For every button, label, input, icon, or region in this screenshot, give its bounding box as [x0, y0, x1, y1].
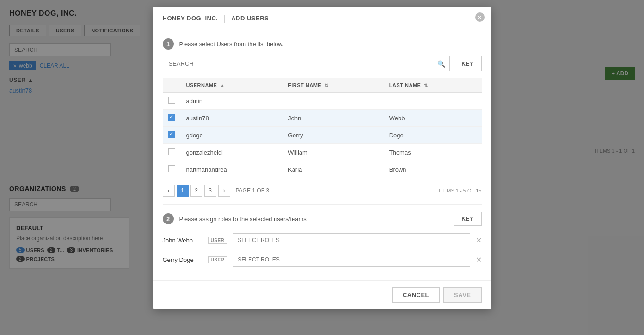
table-header-firstname[interactable]: FIRST NAME ⇅: [282, 78, 384, 93]
modal-action-title: ADD USERS: [231, 15, 269, 22]
role-user-badge-john: USER: [208, 237, 227, 244]
row-lastname-austin78: Webb: [384, 110, 482, 127]
step2-text: Please assign roles to the selected user…: [179, 216, 307, 223]
user-search-input[interactable]: [163, 56, 450, 71]
step1-text: Please select Users from the list below.: [179, 41, 284, 48]
pagination-page-3[interactable]: 3: [204, 185, 216, 197]
row-firstname-gonzalezheidi: William: [282, 144, 384, 161]
modal-body: 1 Please select Users from the list belo…: [153, 30, 491, 280]
row-username-austin78[interactable]: austin78: [181, 110, 282, 127]
table-row: admin: [163, 93, 482, 110]
role-remove-gerry[interactable]: ✕: [476, 255, 482, 264]
checkbox-admin[interactable]: [168, 97, 175, 104]
row-checkbox-gonzalezheidi[interactable]: [163, 144, 181, 161]
row-lastname-admin: [384, 93, 482, 110]
row-firstname-admin: [282, 93, 384, 110]
table-header-username[interactable]: USERNAME ▲: [181, 78, 282, 93]
row-firstname-austin78: John: [282, 110, 384, 127]
step1-header: 1 Please select Users from the list belo…: [163, 38, 482, 50]
role-select-gerry[interactable]: [233, 253, 470, 267]
row-username-hartmanandrea[interactable]: hartmanandrea: [181, 161, 282, 178]
role-user-badge-gerry: USER: [208, 256, 227, 263]
checkbox-gdoge[interactable]: [168, 131, 175, 138]
modal-divider: |: [223, 13, 226, 23]
step1-number: 1: [163, 38, 174, 50]
user-table: USERNAME ▲ FIRST NAME ⇅ LAST NAME ⇅: [163, 78, 482, 178]
checkbox-gonzalezheidi[interactable]: [168, 148, 175, 155]
row-checkbox-gdoge[interactable]: [163, 127, 181, 144]
row-checkbox-admin[interactable]: [163, 93, 181, 110]
modal-overlay: HONEY DOG, INC. | ADD USERS ✕ 1 Please s…: [0, 0, 644, 335]
role-row-john-webb: John Webb USER ✕: [163, 233, 482, 247]
role-remove-john[interactable]: ✕: [476, 236, 482, 245]
search-icon: 🔍: [437, 60, 445, 68]
table-row: hartmanandrea Karla Brown: [163, 161, 482, 178]
role-select-john[interactable]: [233, 233, 470, 247]
search-row: 🔍 KEY: [163, 56, 482, 71]
row-firstname-hartmanandrea: Karla: [282, 161, 384, 178]
page-info: PAGE 1 OF 3: [236, 187, 269, 194]
table-row: austin78 John Webb: [163, 110, 482, 127]
table-row: gdoge Gerry Doge: [163, 127, 482, 144]
search-input-wrap: 🔍: [163, 56, 450, 71]
row-firstname-gdoge: Gerry: [282, 127, 384, 144]
table-row: gonzalezheidi William Thomas: [163, 144, 482, 161]
checkbox-austin78[interactable]: [168, 114, 175, 121]
table-header-lastname[interactable]: LAST NAME ⇅: [384, 78, 482, 93]
pagination-prev[interactable]: ‹: [163, 185, 175, 197]
firstname-sort-icon: ⇅: [325, 83, 329, 88]
role-user-name-gerry: Gerry Doge: [163, 256, 204, 263]
row-lastname-hartmanandrea: Brown: [384, 161, 482, 178]
role-row-gerry-doge: Gerry Doge USER ✕: [163, 253, 482, 267]
save-button[interactable]: SAVE: [443, 287, 481, 303]
row-username-gonzalezheidi[interactable]: gonzalezheidi: [181, 144, 282, 161]
step2-header: 2 Please assign roles to the selected us…: [163, 212, 482, 226]
row-username-gdoge[interactable]: gdoge: [181, 127, 282, 144]
modal-close-button[interactable]: ✕: [475, 12, 485, 22]
table-header-row: USERNAME ▲ FIRST NAME ⇅ LAST NAME ⇅: [163, 78, 482, 93]
table-header-checkbox: [163, 78, 181, 93]
pagination-page-1[interactable]: 1: [177, 185, 189, 197]
pagination-page-2[interactable]: 2: [190, 185, 202, 197]
role-user-name-john: John Webb: [163, 237, 204, 244]
row-checkbox-austin78[interactable]: [163, 110, 181, 127]
step2-number: 2: [163, 213, 174, 224]
modal-company-name: HONEY DOG, INC.: [163, 15, 218, 22]
pagination-next[interactable]: ›: [218, 185, 230, 197]
row-checkbox-hartmanandrea[interactable]: [163, 161, 181, 178]
username-sort-icon: ▲: [220, 83, 225, 88]
row-lastname-gonzalezheidi: Thomas: [384, 144, 482, 161]
pagination-row: ‹ 1 2 3 › PAGE 1 OF 3 ITEMS 1 - 5 OF 15: [163, 185, 482, 197]
step2-key-button[interactable]: KEY: [454, 212, 481, 226]
row-lastname-gdoge: Doge: [384, 127, 482, 144]
lastname-sort-icon: ⇅: [424, 83, 428, 88]
cancel-button[interactable]: CANCEL: [392, 287, 440, 303]
checkbox-hartmanandrea[interactable]: [168, 165, 175, 172]
modal-add-users: HONEY DOG, INC. | ADD USERS ✕ 1 Please s…: [153, 7, 491, 309]
pagination-items-count: ITEMS 1 - 5 OF 15: [439, 188, 481, 193]
row-username-admin[interactable]: admin: [181, 93, 282, 110]
modal-header: HONEY DOG, INC. | ADD USERS ✕: [153, 7, 491, 30]
modal-footer: CANCEL SAVE: [153, 280, 491, 309]
step2-section: 2 Please assign roles to the selected us…: [163, 204, 482, 267]
step1-key-button[interactable]: KEY: [454, 56, 481, 71]
